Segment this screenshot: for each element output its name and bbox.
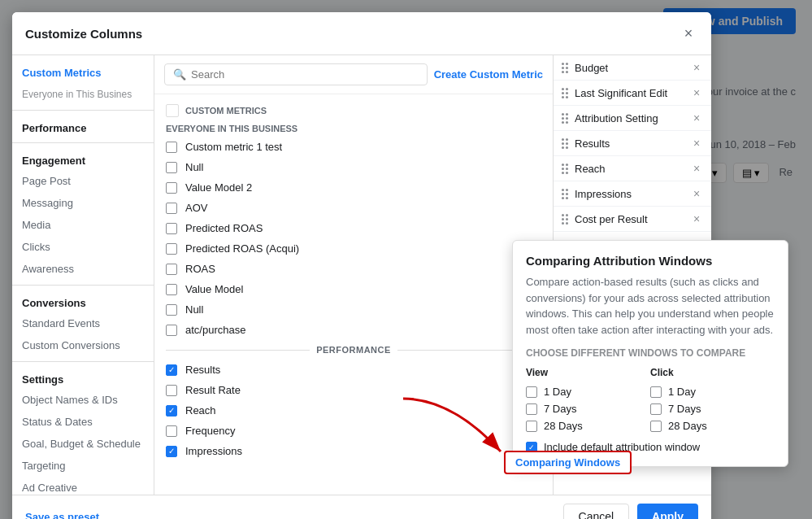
sidebar-item-custom-metrics[interactable]: Custom Metrics <box>12 62 154 84</box>
column-name-cpr: Cost per Result <box>575 213 684 225</box>
metric-item-null-2[interactable]: Null <box>154 299 553 320</box>
metric-checkbox-frequency[interactable] <box>166 425 177 437</box>
metric-name-atc: atc/purchase <box>185 324 245 336</box>
tooltip-view-header: View <box>526 367 650 378</box>
sidebar-ad-creative[interactable]: Ad Creative <box>12 477 154 495</box>
sidebar: Custom Metrics Everyone in This Busines … <box>12 55 154 495</box>
metric-item-value-model-2[interactable]: Value Model 2 <box>154 177 553 198</box>
cancel-button[interactable]: Cancel <box>563 504 630 519</box>
metric-item-custom-1[interactable]: Custom metric 1 test <box>154 137 553 157</box>
modal-footer: Save as preset Cancel Apply <box>12 495 711 519</box>
tooltip-click-28days: 28 Days <box>650 417 775 434</box>
tooltip-view-1day: 1 Day <box>526 383 650 400</box>
column-remove-cpr[interactable]: × <box>690 212 703 225</box>
apply-button[interactable]: Apply <box>637 504 698 519</box>
column-impressions: Impressions × <box>554 181 711 207</box>
drag-dots-as <box>562 113 568 124</box>
metric-item-pred-roas-acqui[interactable]: Predicted ROAS (Acqui) <box>154 238 553 259</box>
sidebar-awareness[interactable]: Awareness <box>12 258 154 280</box>
tooltip-click-checkbox-7days[interactable] <box>650 403 662 415</box>
search-icon: 🔍 <box>173 68 186 81</box>
column-remove-as[interactable]: × <box>690 111 703 124</box>
metric-item-pred-roas[interactable]: Predicted ROAS <box>154 218 553 238</box>
sidebar-goal-budget[interactable]: Goal, Budget & Schedule <box>12 433 154 455</box>
sidebar-performance[interactable]: Performance <box>12 116 154 137</box>
metric-item-atc[interactable]: atc/purchase <box>154 320 553 340</box>
section-checkbox-custom[interactable] <box>166 104 179 117</box>
metric-name-pred-roas: Predicted ROAS <box>185 222 263 234</box>
sidebar-object-names[interactable]: Object Names & IDs <box>12 389 154 411</box>
metric-checkbox-results[interactable] <box>166 364 177 376</box>
column-name-as: Attribution Setting <box>575 112 684 124</box>
sidebar-engagement[interactable]: Engagement <box>12 148 154 170</box>
tooltip-click-checkbox-28days[interactable] <box>650 421 662 432</box>
metric-item-aov[interactable]: AOV <box>154 198 553 218</box>
save-preset-button[interactable]: Save as preset <box>25 511 99 520</box>
custom-metrics-label: CUSTOM METRICS <box>185 106 267 116</box>
metric-name-frequency: Frequency <box>185 425 235 437</box>
column-remove-results[interactable]: × <box>690 137 703 150</box>
drag-dots-reach <box>562 164 568 174</box>
metric-checkbox-aov[interactable] <box>166 203 177 214</box>
metric-name-vm2: Value Model 2 <box>185 181 252 194</box>
drag-handle-lse[interactable] <box>562 88 568 98</box>
metric-checkbox-pred-roas[interactable] <box>166 223 177 234</box>
metric-item-roas[interactable]: ROAS <box>154 259 553 279</box>
metric-item-results[interactable]: Results <box>154 360 553 380</box>
sidebar-targeting[interactable]: Targeting <box>12 455 154 477</box>
tooltip-click-label-1day: 1 Day <box>668 386 696 398</box>
sidebar-custom-conversions[interactable]: Custom Conversions <box>12 334 154 356</box>
search-input-wrap: 🔍 <box>164 63 428 85</box>
drag-handle-budget[interactable] <box>562 63 568 73</box>
metric-name-1: Custom metric 1 test <box>185 141 282 153</box>
sidebar-page-post[interactable]: Page Post <box>12 170 154 192</box>
column-remove-budget[interactable]: × <box>690 61 703 74</box>
column-remove-impressions[interactable]: × <box>690 187 703 200</box>
column-cost-per-result: Cost per Result × <box>554 207 711 232</box>
drag-handle-cpr[interactable] <box>562 214 568 225</box>
metric-item-value-model[interactable]: Value Model <box>154 279 553 299</box>
tooltip-choose: Choose Different Windows To Compare <box>526 347 775 359</box>
modal-close-button[interactable]: × <box>679 24 698 43</box>
column-budget: Budget × <box>554 55 711 81</box>
sidebar-clicks[interactable]: Clicks <box>12 236 154 258</box>
tooltip-click-checkbox-1day[interactable] <box>650 386 662 398</box>
metric-checkbox-vm2[interactable] <box>166 182 177 194</box>
custom-metrics-header: CUSTOM METRICS <box>154 101 553 120</box>
sidebar-standard-events[interactable]: Standard Events <box>12 312 154 334</box>
metric-name-reach: Reach <box>185 404 216 417</box>
column-remove-lse[interactable]: × <box>690 86 703 99</box>
drag-handle-results[interactable] <box>562 138 568 149</box>
sidebar-divider-1 <box>12 110 154 111</box>
create-custom-metric-link[interactable]: Create Custom Metric <box>434 68 543 81</box>
sidebar-settings[interactable]: Settings <box>12 367 154 389</box>
metric-checkbox-result-rate[interactable] <box>166 385 177 396</box>
tooltip-view-checkbox-28days[interactable] <box>526 421 537 432</box>
metric-name-results: Results <box>185 364 220 376</box>
metric-checkbox-roas[interactable] <box>166 264 177 275</box>
metric-checkbox-impressions[interactable] <box>166 446 177 457</box>
sidebar-media[interactable]: Media <box>12 214 154 236</box>
drag-handle-impressions[interactable] <box>562 189 568 199</box>
metric-checkbox-atc[interactable] <box>166 325 177 336</box>
tooltip-view-checkbox-7days[interactable] <box>526 403 537 415</box>
drag-handle-reach[interactable] <box>562 164 568 174</box>
tooltip-view-checkbox-1day[interactable] <box>526 386 537 398</box>
sidebar-messaging[interactable]: Messaging <box>12 192 154 214</box>
drag-handle-as[interactable] <box>562 113 568 124</box>
metric-checkbox-reach[interactable] <box>166 405 177 417</box>
metric-checkbox-value-model[interactable] <box>166 284 177 295</box>
tooltip-click-header: Click <box>650 367 775 378</box>
metric-checkbox-null-2[interactable] <box>166 304 177 316</box>
sidebar-conversions[interactable]: Conversions <box>12 290 154 312</box>
column-remove-reach[interactable]: × <box>690 162 703 175</box>
metric-checkbox-null-1[interactable] <box>166 162 177 173</box>
search-input[interactable] <box>191 68 419 81</box>
sidebar-status-dates[interactable]: Status & Dates <box>12 411 154 433</box>
comparing-windows-button[interactable]: Comparing Windows <box>504 451 632 474</box>
metric-item-null-1[interactable]: Null <box>154 157 553 177</box>
metric-checkbox-pred-roas-acqui[interactable] <box>166 243 177 255</box>
metric-checkbox-1[interactable] <box>166 142 177 153</box>
column-name-results: Results <box>575 137 684 150</box>
metric-name-value-model: Value Model <box>185 283 243 295</box>
